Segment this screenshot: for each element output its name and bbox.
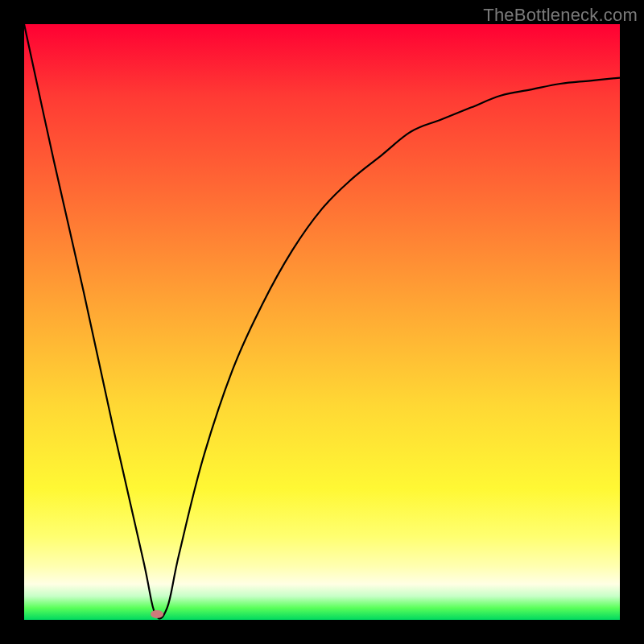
minimum-marker (151, 610, 163, 618)
bottleneck-curve (24, 24, 620, 618)
curve-svg (24, 24, 620, 620)
plot-area (24, 24, 620, 620)
chart-frame: TheBottleneck.com (0, 0, 644, 644)
watermark-text: TheBottleneck.com (483, 5, 638, 26)
